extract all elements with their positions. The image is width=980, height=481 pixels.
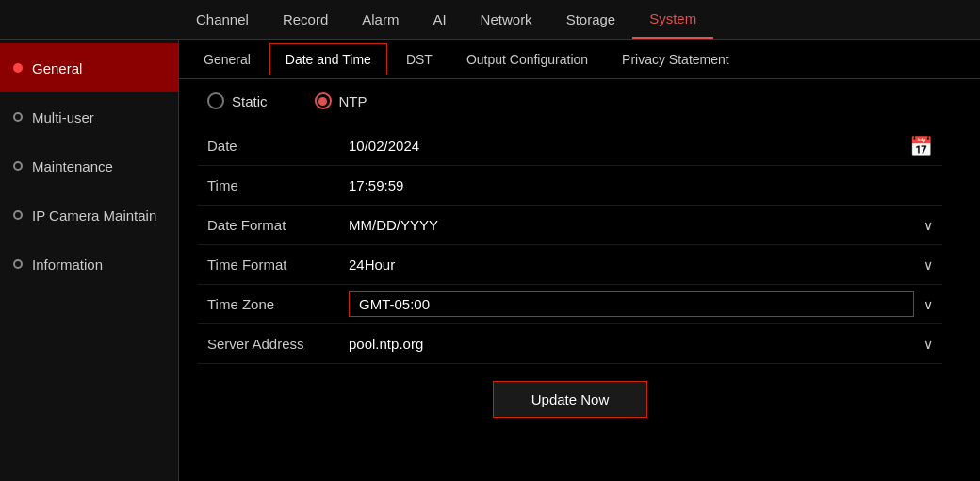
sidebar-item-multi-user[interactable]: Multi-user xyxy=(0,92,178,141)
form-value-time-format[interactable]: 24Hour xyxy=(349,257,914,273)
main-layout: GeneralMulti-userMaintenanceIP Camera Ma… xyxy=(0,40,980,481)
radio-ntp[interactable]: NTP xyxy=(315,92,368,109)
dropdown-arrow-date-format[interactable]: ∨ xyxy=(923,218,942,233)
main-nav: ChannelRecordAlarmAINetworkStorageSystem xyxy=(179,0,980,39)
form-row-date-format: Date FormatMM/DD/YYYY∨ xyxy=(198,206,942,245)
form-value-time-zone[interactable]: GMT-05:00 xyxy=(349,291,914,317)
form-label-date-format: Date Format xyxy=(198,217,349,233)
form-rows: Date10/02/2024📅Time17:59:59Date FormatMM… xyxy=(198,126,942,364)
sidebar: GeneralMulti-userMaintenanceIP Camera Ma… xyxy=(0,40,179,481)
nav-item-system[interactable]: System xyxy=(632,0,713,39)
form-area: StaticNTP Date10/02/2024📅Time17:59:59Dat… xyxy=(179,79,980,481)
sidebar-dot-ip-camera-maintain xyxy=(13,210,23,220)
sub-tab-output-configuration[interactable]: Output Configuration xyxy=(451,43,603,75)
sidebar-dot-general xyxy=(13,63,23,73)
form-label-time-format: Time Format xyxy=(198,257,349,273)
sidebar-item-information[interactable]: Information xyxy=(0,240,178,289)
nav-item-record[interactable]: Record xyxy=(266,0,345,39)
nav-item-storage[interactable]: Storage xyxy=(549,0,633,39)
form-value-wrapper-time-zone: GMT-05:00∨ xyxy=(349,291,942,317)
calendar-icon[interactable]: 📅 xyxy=(909,135,942,158)
form-row-time-format: Time Format24Hour∨ xyxy=(198,245,942,285)
dropdown-arrow-time-format[interactable]: ∨ xyxy=(923,257,942,273)
dropdown-arrow-time-zone[interactable]: ∨ xyxy=(923,297,942,312)
form-label-date: Date xyxy=(198,138,349,154)
content-area: GeneralDate and TimeDSTOutput Configurat… xyxy=(179,40,980,481)
form-row-time-zone: Time ZoneGMT-05:00∨ xyxy=(198,285,942,324)
form-value-date[interactable]: 10/02/2024 xyxy=(349,138,900,154)
update-now-button[interactable]: Update Now xyxy=(493,381,648,418)
form-label-server-address: Server Address xyxy=(198,336,349,352)
form-row-date: Date10/02/2024📅 xyxy=(198,126,942,166)
form-value-wrapper-server-address: pool.ntp.org∨ xyxy=(349,336,942,352)
sub-tab-dst[interactable]: DST xyxy=(391,43,448,75)
sub-tab-date-and-time[interactable]: Date and Time xyxy=(270,43,387,75)
sync-options-row: StaticNTP xyxy=(198,92,942,109)
radio-label-ntp: NTP xyxy=(339,93,368,109)
form-label-time-zone: Time Zone xyxy=(198,296,349,312)
sidebar-item-ip-camera-maintain[interactable]: IP Camera Maintain xyxy=(0,191,178,240)
sidebar-label-general: General xyxy=(32,60,82,76)
sub-tab-privacy-statement[interactable]: Privacy Statement xyxy=(607,43,744,75)
dropdown-arrow-server-address[interactable]: ∨ xyxy=(923,337,942,352)
top-nav: ChannelRecordAlarmAINetworkStorageSystem xyxy=(0,0,980,40)
radio-circle-static xyxy=(207,92,224,109)
form-value-date-format[interactable]: MM/DD/YYYY xyxy=(349,217,914,233)
nav-item-channel[interactable]: Channel xyxy=(179,0,266,39)
sub-nav: GeneralDate and TimeDSTOutput Configurat… xyxy=(179,40,980,79)
sidebar-dot-multi-user xyxy=(13,112,23,122)
sidebar-item-maintenance[interactable]: Maintenance xyxy=(0,141,178,191)
form-value-wrapper-date: 10/02/2024📅 xyxy=(349,135,942,158)
form-value-wrapper-time-format: 24Hour∨ xyxy=(349,257,942,273)
sidebar-dot-maintenance xyxy=(13,161,23,171)
sub-tab-general[interactable]: General xyxy=(188,43,266,75)
form-value-time: 17:59:59 xyxy=(349,177,942,193)
form-value-server-address[interactable]: pool.ntp.org xyxy=(349,336,914,352)
radio-circle-ntp xyxy=(315,92,332,109)
sidebar-item-general[interactable]: General xyxy=(0,43,178,92)
sidebar-label-information: Information xyxy=(32,257,103,273)
form-label-time: Time xyxy=(198,177,349,193)
form-row-server-address: Server Addresspool.ntp.org∨ xyxy=(198,324,942,364)
form-row-time: Time17:59:59 xyxy=(198,166,942,206)
radio-static[interactable]: Static xyxy=(207,92,268,109)
sidebar-label-ip-camera-maintain: IP Camera Maintain xyxy=(32,207,156,224)
btn-row: Update Now xyxy=(198,381,942,418)
form-value-wrapper-time: 17:59:59 xyxy=(349,177,942,193)
nav-item-alarm[interactable]: Alarm xyxy=(345,0,416,39)
sidebar-label-maintenance: Maintenance xyxy=(32,158,113,174)
sidebar-dot-information xyxy=(13,259,23,269)
radio-label-static: Static xyxy=(232,93,268,109)
nav-item-ai[interactable]: AI xyxy=(416,0,463,39)
form-value-wrapper-date-format: MM/DD/YYYY∨ xyxy=(349,217,942,233)
sidebar-label-multi-user: Multi-user xyxy=(32,109,94,125)
nav-item-network[interactable]: Network xyxy=(464,0,549,39)
